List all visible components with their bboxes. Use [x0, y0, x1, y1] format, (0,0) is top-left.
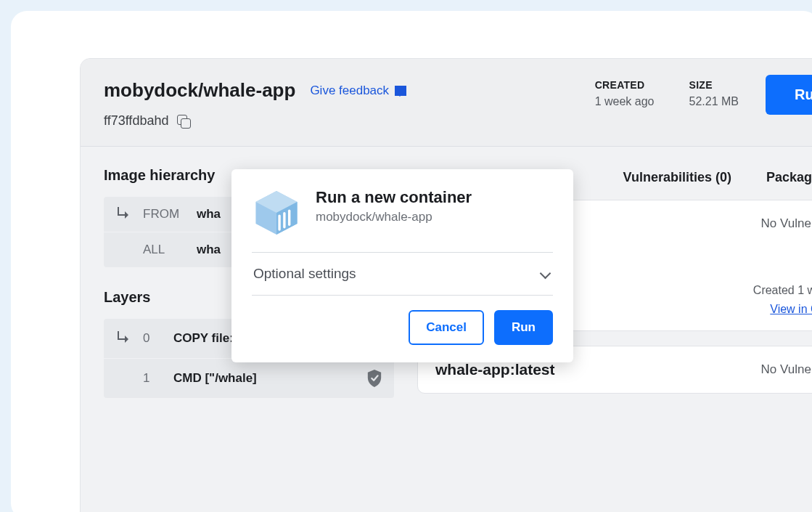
- tab-vulnerabilities[interactable]: Vulnerabilities (0): [623, 170, 731, 185]
- give-feedback-label: Give feedback: [310, 84, 389, 98]
- optional-settings-label: Optional settings: [253, 266, 356, 282]
- layer-row-1[interactable]: 1 CMD ["/whale]: [104, 358, 394, 398]
- chevron-down-icon: [540, 268, 551, 280]
- package-2-novuln: No Vulnera: [761, 362, 812, 377]
- size-value: 52.21 MB: [689, 95, 739, 108]
- hierarchy-all-label: ALL: [143, 243, 184, 257]
- container-cube-icon: [252, 188, 301, 237]
- modal-subtitle: mobydock/whale-app: [316, 210, 472, 224]
- cancel-button[interactable]: Cancel: [409, 310, 484, 345]
- modal-divider: [252, 295, 553, 296]
- tab-packages[interactable]: Packages (: [766, 170, 812, 185]
- turn-arrow-icon: [115, 331, 130, 346]
- modal-title: Run a new container: [316, 188, 472, 207]
- copy-icon[interactable]: [177, 115, 190, 128]
- run-button[interactable]: Run: [766, 75, 812, 115]
- run-container-modal: Run a new container mobydock/whale-app O…: [231, 169, 573, 362]
- created-value: 1 week ago: [595, 95, 655, 108]
- turn-arrow-icon: [115, 207, 130, 222]
- image-header: mobydock/whale-app Give feedback ff73ffd…: [81, 59, 812, 147]
- layer-1-cmd: CMD ["/whale]: [173, 371, 353, 386]
- image-hash: ff73ffdbahd: [104, 113, 168, 129]
- package-2-title: whale-app:latest: [435, 361, 555, 378]
- package-1-novuln: No Vulnera: [761, 216, 812, 231]
- shield-check-icon: [366, 369, 382, 388]
- hierarchy-all-value: wha: [197, 243, 221, 257]
- give-feedback-link[interactable]: Give feedback: [310, 84, 406, 98]
- hierarchy-from-label: FROM: [143, 207, 184, 222]
- image-name: mobydock/whale-app: [104, 79, 295, 102]
- hierarchy-from-value: wha: [197, 207, 221, 222]
- speech-bubble-icon: [395, 86, 406, 96]
- package-1-created: Created 1 we: [753, 284, 812, 297]
- layer-0-index: 0: [143, 331, 160, 346]
- layer-1-index: 1: [143, 371, 160, 386]
- created-label: CREATED: [595, 79, 655, 91]
- modal-run-button[interactable]: Run: [494, 310, 553, 345]
- view-in-git-link[interactable]: View in Gi: [770, 303, 812, 316]
- optional-settings-toggle[interactable]: Optional settings: [252, 253, 553, 295]
- size-label: SIZE: [689, 79, 739, 91]
